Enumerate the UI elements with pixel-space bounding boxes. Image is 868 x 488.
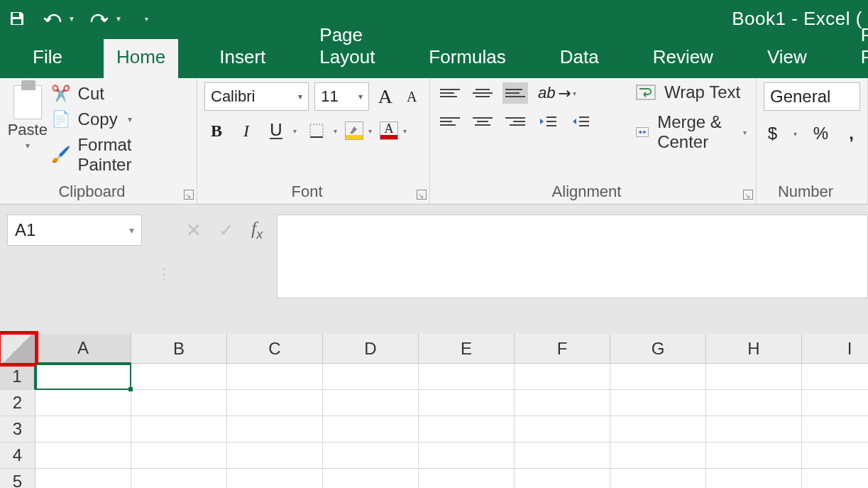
- orientation-button[interactable]: ab↗▾: [535, 84, 581, 102]
- decrease-font-size-button[interactable]: A: [402, 84, 422, 109]
- font-name-combo[interactable]: Calibri▾: [204, 82, 309, 111]
- paste-button[interactable]: Paste ▾: [7, 82, 48, 184]
- column-header[interactable]: D: [323, 334, 419, 364]
- increase-font-size-button[interactable]: A: [375, 84, 395, 109]
- redo-icon[interactable]: [88, 7, 111, 30]
- chevron-down-icon[interactable]: ▾: [129, 224, 134, 236]
- column-header[interactable]: H: [706, 334, 802, 364]
- insert-function-button[interactable]: fx: [251, 218, 263, 242]
- cell[interactable]: [515, 416, 610, 443]
- chevron-down-icon[interactable]: ▾: [401, 127, 409, 135]
- align-left-button[interactable]: [437, 111, 463, 132]
- cell[interactable]: [131, 416, 227, 443]
- italic-button[interactable]: I: [234, 118, 258, 143]
- save-icon[interactable]: [6, 7, 28, 30]
- column-header[interactable]: F: [515, 334, 610, 364]
- percent-format-button[interactable]: %: [812, 121, 830, 146]
- cell[interactable]: [419, 443, 515, 469]
- cell[interactable]: [35, 364, 131, 390]
- cell[interactable]: [419, 390, 515, 416]
- dialog-launcher-icon[interactable]: [743, 190, 753, 200]
- cell[interactable]: [323, 443, 419, 469]
- row-header[interactable]: 1: [0, 364, 35, 390]
- cell[interactable]: [131, 443, 227, 469]
- cell[interactable]: [706, 469, 802, 488]
- cell[interactable]: [515, 443, 610, 469]
- row-header[interactable]: 4: [0, 443, 35, 469]
- cell[interactable]: [131, 390, 227, 416]
- dialog-launcher-icon[interactable]: [417, 190, 427, 200]
- cell[interactable]: [131, 469, 227, 488]
- customize-qat-icon[interactable]: ▾: [145, 15, 148, 23]
- cell[interactable]: [610, 416, 706, 443]
- cell[interactable]: [802, 443, 868, 469]
- tab-file[interactable]: File: [20, 39, 75, 78]
- cell[interactable]: [35, 443, 131, 469]
- undo-split-button[interactable]: ▼: [41, 7, 75, 30]
- align-center-button[interactable]: [470, 111, 495, 132]
- number-format-combo[interactable]: General: [764, 82, 860, 111]
- undo-icon[interactable]: [41, 7, 64, 30]
- column-header[interactable]: G: [610, 334, 706, 364]
- cell[interactable]: [706, 390, 802, 416]
- wrap-text-button[interactable]: Wrap Text: [636, 82, 749, 102]
- select-all-button[interactable]: [0, 334, 35, 364]
- chevron-down-icon[interactable]: ▾: [366, 127, 374, 135]
- chevron-down-icon[interactable]: ▼: [68, 15, 75, 23]
- cut-button[interactable]: ✂️Cut: [51, 84, 189, 104]
- copy-button[interactable]: 📄Copy▾: [51, 109, 189, 129]
- column-header[interactable]: B: [131, 334, 227, 364]
- chevron-down-icon[interactable]: ▾: [331, 127, 339, 135]
- borders-button[interactable]: [304, 118, 329, 143]
- column-header[interactable]: E: [419, 334, 515, 364]
- cell[interactable]: [323, 469, 419, 488]
- cell[interactable]: [802, 364, 868, 390]
- chevron-down-icon[interactable]: ▾: [741, 129, 749, 136]
- cell[interactable]: [610, 443, 706, 469]
- chevron-down-icon[interactable]: ▾: [791, 130, 799, 138]
- cell[interactable]: [515, 469, 610, 488]
- tab-foxit-pdf[interactable]: Foxit PDF: [848, 17, 868, 78]
- cell[interactable]: [35, 469, 131, 488]
- tab-data[interactable]: Data: [547, 39, 612, 78]
- enter-formula-button[interactable]: ✓: [219, 219, 234, 242]
- cell[interactable]: [802, 469, 868, 488]
- cell[interactable]: [323, 416, 419, 443]
- cell[interactable]: [323, 364, 419, 390]
- tab-page-layout[interactable]: Page Layout: [307, 17, 388, 78]
- cell[interactable]: [706, 443, 802, 469]
- cell[interactable]: [515, 390, 610, 416]
- cell[interactable]: [610, 364, 706, 390]
- increase-indent-button[interactable]: [568, 111, 593, 132]
- dialog-launcher-icon[interactable]: [184, 190, 194, 200]
- fill-color-button[interactable]: [345, 121, 363, 140]
- cell[interactable]: [706, 416, 802, 443]
- column-header[interactable]: A: [35, 334, 131, 364]
- column-header[interactable]: C: [227, 334, 323, 364]
- row-header[interactable]: 2: [0, 390, 35, 416]
- column-header[interactable]: I: [802, 334, 868, 364]
- tab-view[interactable]: View: [754, 39, 820, 78]
- bold-button[interactable]: B: [204, 118, 229, 143]
- cell[interactable]: [35, 416, 131, 443]
- cell[interactable]: [419, 469, 515, 488]
- chevron-down-icon[interactable]: ▾: [128, 114, 132, 124]
- align-top-button[interactable]: [437, 82, 463, 104]
- align-middle-button[interactable]: [470, 82, 495, 104]
- cell[interactable]: [802, 390, 868, 416]
- format-painter-button[interactable]: 🖌️Format Painter: [51, 135, 189, 175]
- cell[interactable]: [419, 416, 515, 443]
- comma-format-button[interactable]: ,: [842, 121, 860, 146]
- cell[interactable]: [131, 364, 227, 390]
- cell[interactable]: [610, 390, 706, 416]
- cell[interactable]: [227, 390, 323, 416]
- cell[interactable]: [610, 469, 706, 488]
- tab-home[interactable]: Home: [104, 39, 178, 78]
- tab-insert[interactable]: Insert: [207, 39, 278, 78]
- align-right-button[interactable]: [502, 111, 528, 132]
- name-box[interactable]: A1▾: [7, 215, 142, 246]
- align-bottom-button[interactable]: [502, 82, 528, 104]
- cell[interactable]: [419, 364, 515, 390]
- cell[interactable]: [515, 364, 610, 390]
- tab-review[interactable]: Review: [640, 39, 726, 78]
